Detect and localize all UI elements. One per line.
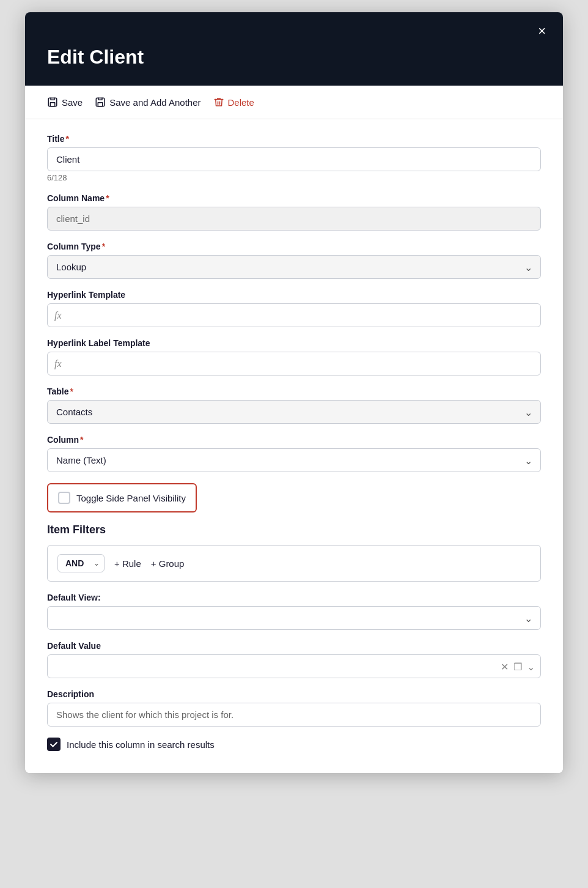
save-label: Save [62,97,83,108]
save-add-another-button[interactable]: Save and Add Another [95,95,200,109]
column-label: Column* [47,435,541,445]
column-type-select[interactable]: Lookup Text Number Date [47,255,541,279]
title-group: Title* 6/128 [47,134,541,182]
default-view-label: Default View: [47,593,541,602]
add-group-button[interactable]: + Group [151,558,185,569]
save-add-label: Save and Add Another [109,97,200,108]
hyperlink-template-label: Hyperlink Template [47,290,541,300]
hyperlink-template-group: Hyperlink Template fx [47,290,541,327]
column-name-label: Column Name* [47,193,541,203]
default-value-arrow[interactable]: ⌄ [527,660,535,672]
column-wrapper: Name (Text) Email (Text) Phone (Text) ⌄ [47,448,541,472]
default-value-group: Default Value ✕ ❐ ⌄ [47,641,541,678]
title-char-count: 6/128 [47,173,541,182]
delete-button[interactable]: Delete [213,95,254,109]
description-group: Description [47,689,541,727]
checkmark-icon [50,740,58,749]
column-name-input [47,207,541,231]
edit-client-modal: Edit Client × Save Save and Add Another … [25,12,563,773]
default-value-wrapper: ✕ ❐ ⌄ [47,654,541,678]
default-view-wrapper: ⌄ [47,606,541,630]
add-rule-button[interactable]: + Rule [114,558,141,569]
save-icon [47,97,58,108]
and-select[interactable]: AND OR [57,554,105,572]
hyperlink-label-template-wrapper: fx [47,352,541,376]
hyperlink-template-wrapper: fx [47,303,541,327]
table-label: Table* [47,387,541,396]
item-filters-section: Item Filters AND OR ⌄ + Rule + Group [47,524,541,582]
toggle-side-panel-wrapper[interactable]: Toggle Side Panel Visibility [47,483,197,512]
toggle-side-panel-group: Toggle Side Panel Visibility [47,483,541,512]
and-select-wrapper: AND OR ⌄ [57,554,105,572]
modal-title: Edit Client [47,46,144,68]
hyperlink-label-template-label: Hyperlink Label Template [47,338,541,348]
description-input[interactable] [47,703,541,727]
column-type-group: Column Type* Lookup Text Number Date ⌄ [47,242,541,279]
column-type-label: Column Type* [47,242,541,251]
clear-icon[interactable]: ✕ [501,660,509,672]
default-value-label: Default Value [47,641,541,651]
toggle-side-panel-checkbox[interactable] [58,492,70,504]
hyperlink-template-input[interactable] [47,303,541,327]
column-type-wrapper: Lookup Text Number Date ⌄ [47,255,541,279]
default-view-select[interactable] [47,606,541,630]
table-group: Table* Contacts Projects Users ⌄ [47,387,541,424]
table-wrapper: Contacts Projects Users ⌄ [47,400,541,424]
form-body: Title* 6/128 Column Name* Column Type* L… [25,119,563,773]
expand-icon[interactable]: ❐ [513,660,522,672]
save-button[interactable]: Save [47,95,83,109]
description-label: Description [47,689,541,699]
close-button[interactable]: × [538,24,546,38]
delete-icon [213,97,224,108]
table-select[interactable]: Contacts Projects Users [47,400,541,424]
modal-header: Edit Client × [25,12,563,86]
include-search-label: Include this column in search results [67,739,215,750]
toggle-side-panel-label: Toggle Side Panel Visibility [76,493,186,503]
include-search-checkbox[interactable] [47,738,61,751]
column-name-group: Column Name* [47,193,541,231]
column-group: Column* Name (Text) Email (Text) Phone (… [47,435,541,472]
default-view-group: Default View: ⌄ [47,593,541,630]
include-search-wrapper: Include this column in search results [47,738,541,751]
svg-rect-3 [98,103,103,106]
hyperlink-label-template-group: Hyperlink Label Template fx [47,338,541,376]
hyperlink-label-template-input[interactable] [47,352,541,376]
filter-bar: AND OR ⌄ + Rule + Group [47,545,541,582]
default-value-icons: ✕ ❐ ⌄ [501,660,535,672]
save-add-icon [95,97,106,108]
item-filters-title: Item Filters [47,524,541,536]
default-value-input[interactable] [47,654,541,678]
title-label: Title* [47,134,541,144]
toolbar: Save Save and Add Another Delete [25,86,563,119]
delete-label: Delete [228,97,254,108]
svg-rect-1 [50,103,55,106]
title-input[interactable] [47,147,541,171]
column-select[interactable]: Name (Text) Email (Text) Phone (Text) [47,448,541,472]
